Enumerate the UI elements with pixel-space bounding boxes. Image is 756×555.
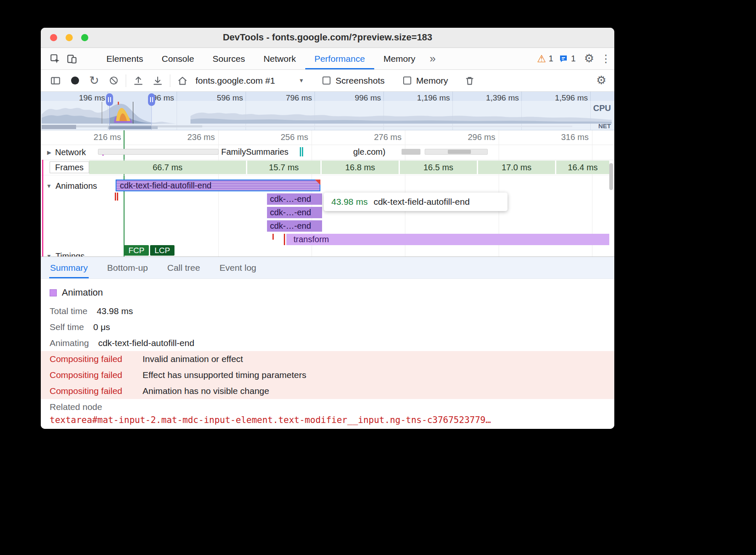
overview-time-label: 796 ms: [262, 93, 312, 103]
device-toolbar-button[interactable]: [63, 50, 80, 67]
net-track-label: NET: [598, 122, 611, 130]
frame-cell[interactable]: 17.0 ms: [478, 161, 555, 174]
vertical-scrollbar[interactable]: [609, 163, 613, 190]
timeline-overview[interactable]: 196 ms 396 ms 596 ms 796 ms 996 ms 1,196…: [41, 92, 614, 130]
profile-select[interactable]: fonts.google.com #1 ▼: [196, 76, 304, 86]
load-profile-button[interactable]: [129, 72, 148, 89]
collapsed-triangle-icon: ▶: [47, 149, 51, 156]
reload-and-record-button[interactable]: ↻: [85, 72, 104, 89]
tab-elements[interactable]: Elements: [97, 48, 153, 69]
warning-message: Invalid animation or effect: [143, 354, 243, 364]
frame-cell[interactable]: 15.7 ms: [247, 161, 320, 174]
summary-row-total-time: Total time 43.98 ms: [50, 303, 614, 319]
animation-bar[interactable]: cdk-…-end: [267, 193, 322, 205]
warning-label: Compositing failed: [50, 370, 143, 380]
screenshots-checkbox[interactable]: Screenshots: [322, 76, 385, 86]
frames-track-header[interactable]: Frames: [50, 161, 89, 173]
tab-memory[interactable]: Memory: [374, 48, 425, 69]
gear-icon: ⚙: [584, 53, 594, 64]
animation-bar[interactable]: cdk-…-end: [267, 207, 322, 218]
titlebar: DevTools - fonts.google.com/?preview.siz…: [41, 28, 614, 48]
tab-event-log[interactable]: Event log: [219, 257, 257, 278]
panel-left-icon: [50, 75, 61, 86]
overview-time-label: 1,596 ms: [537, 93, 588, 103]
tab-summary[interactable]: Summary: [49, 257, 89, 278]
clear-button[interactable]: [104, 72, 123, 89]
row-label: Animating: [50, 338, 89, 348]
network-request-tick[interactable]: [302, 147, 303, 156]
settings-button[interactable]: ⚙: [581, 50, 597, 67]
devtools-tabbar: Elements Console Sources Network Perform…: [41, 48, 614, 70]
frame-cell[interactable]: 16.4 ms: [556, 161, 609, 174]
tab-sources[interactable]: Sources: [204, 48, 254, 69]
selection-handle-right[interactable]: [148, 93, 155, 106]
overview-time-label: 996 ms: [330, 93, 381, 103]
cpu-track-label: CPU: [593, 103, 611, 113]
window-title: DevTools - fonts.google.com/?preview.siz…: [41, 28, 614, 47]
network-request-bar[interactable]: [402, 149, 420, 155]
event-legend: Animation: [50, 286, 614, 299]
zoom-button[interactable]: [81, 34, 88, 41]
overview-dim-left: [41, 101, 109, 130]
lcp-badge[interactable]: LCP: [150, 245, 174, 256]
memory-checkbox[interactable]: Memory: [403, 76, 448, 86]
toggle-sidebar-button[interactable]: [46, 72, 65, 89]
timings-track-header[interactable]: ▼ Timings: [46, 251, 85, 256]
animation-bar-selected[interactable]: cdk-text-field-autofill-end: [116, 180, 320, 191]
drawer-tabbar: Summary Bottom-up Call tree Event log: [41, 257, 614, 279]
transform-animation-bar[interactable]: transform: [286, 234, 609, 245]
fcp-badge[interactable]: FCP: [124, 245, 149, 256]
details-drawer: Summary Bottom-up Call tree Event log An…: [41, 256, 614, 429]
collect-garbage-button[interactable]: [460, 72, 479, 89]
animations-track-header[interactable]: ▼ Animations: [46, 181, 97, 191]
compositing-warning-row: Compositing failed Animation has no visi…: [41, 383, 614, 399]
ruler-label: 236 ms: [169, 132, 215, 142]
frame-cell[interactable]: 16.8 ms: [322, 161, 399, 174]
overview-dim-right: [151, 101, 614, 130]
warning-message: Animation has no visible change: [143, 386, 269, 396]
capture-settings-button[interactable]: ⚙: [592, 72, 611, 89]
main-menu-button[interactable]: ⋮: [597, 50, 614, 67]
row-value: 0 μs: [93, 322, 110, 332]
tab-console[interactable]: Console: [153, 48, 204, 69]
selection-handle-left[interactable]: [106, 93, 113, 106]
record-button[interactable]: [65, 72, 85, 89]
live-metrics-button[interactable]: [173, 72, 192, 89]
tabbar-spacer: [441, 48, 537, 69]
animation-tooltip: 43.98 ms cdk-text-field-autofill-end: [324, 193, 508, 211]
inspect-element-button[interactable]: [47, 50, 63, 67]
download-icon: [152, 75, 163, 86]
tab-bottom-up[interactable]: Bottom-up: [106, 257, 149, 278]
tab-performance[interactable]: Performance: [305, 48, 374, 69]
warning-label: Compositing failed: [50, 386, 143, 396]
related-node-link[interactable]: textarea#mat-input-2.mat-mdc-input-eleme…: [50, 415, 614, 425]
network-track-header[interactable]: ▶ Network: [47, 148, 86, 157]
warnings-indicator[interactable]: ⚠ 1: [537, 48, 553, 69]
compositing-warning-row: Compositing failed Invalid animation or …: [41, 351, 614, 367]
checkbox-icon: [403, 77, 411, 85]
animation-tick: [117, 193, 118, 201]
expanded-triangle-icon: ▼: [46, 253, 52, 256]
overview-time-label: 196 ms: [55, 93, 105, 103]
toolbar-divider: [170, 74, 170, 87]
track-divider: [41, 160, 614, 160]
frame-cell[interactable]: 16.5 ms: [400, 161, 477, 174]
tab-network[interactable]: Network: [254, 48, 305, 69]
devtools-window: DevTools - fonts.google.com/?preview.siz…: [41, 28, 614, 429]
save-profile-button[interactable]: [148, 72, 167, 89]
cursor-icon: [56, 59, 60, 63]
close-button[interactable]: [50, 34, 57, 41]
frame-cell[interactable]: 66.7 ms: [89, 161, 246, 174]
more-tabs-chevron-icon[interactable]: »: [425, 48, 441, 69]
event-title: Animation: [62, 287, 103, 298]
network-request-tick[interactable]: [300, 147, 301, 156]
desktop: DevTools - fonts.google.com/?preview.siz…: [0, 0, 756, 555]
traffic-lights: [50, 34, 88, 41]
network-request-label: FamilySummaries: [221, 147, 288, 157]
tab-call-tree[interactable]: Call tree: [167, 257, 201, 278]
issues-indicator[interactable]: 1: [558, 48, 576, 69]
minimize-button[interactable]: [66, 34, 73, 41]
ruler-label: 276 ms: [355, 132, 402, 142]
animation-bar[interactable]: cdk-…-end: [267, 220, 322, 232]
network-request-bar[interactable]: [98, 149, 219, 155]
